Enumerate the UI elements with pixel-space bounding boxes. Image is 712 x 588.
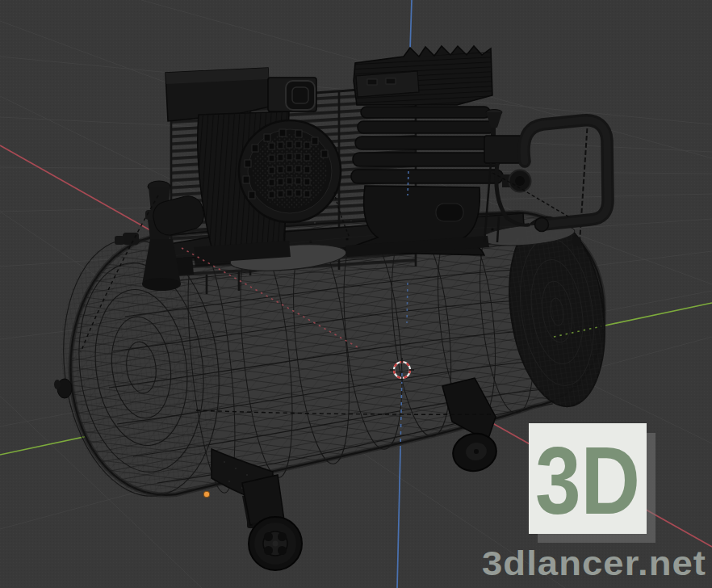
site-text: 3dlancer.net <box>482 544 706 582</box>
object-origin-dot <box>203 491 210 498</box>
logo-text: 3D <box>535 427 640 534</box>
viewport-scene: 3D 3dlancer.net <box>0 0 712 588</box>
viewport-3d-canvas[interactable]: 3D 3dlancer.net <box>0 0 712 588</box>
